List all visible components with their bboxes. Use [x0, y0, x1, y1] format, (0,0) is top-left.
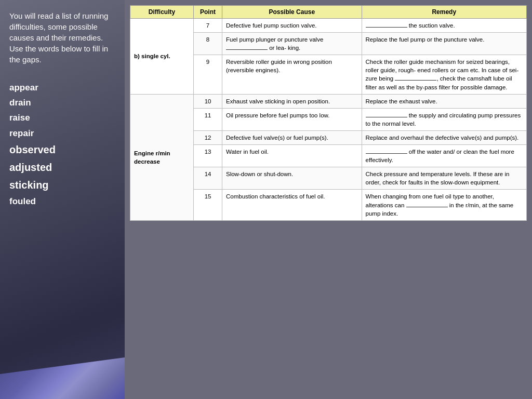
cell-point-15: 15: [194, 190, 222, 220]
table-row: Engine r/min decrease 10 Exhaust valve s…: [130, 94, 527, 108]
cell-remedy-11: the supply and circulating pump pressure…: [362, 108, 526, 130]
word-sticking: sticking: [9, 177, 115, 193]
table-row: b) single cyl. 7 Defective fuel pump suc…: [130, 19, 527, 33]
word-adjusted: adjusted: [9, 159, 115, 176]
cell-cause-10: Exhaust valve sticking in open position.: [222, 94, 362, 108]
word-repair: repair: [9, 126, 115, 140]
word-drain: drain: [9, 96, 115, 110]
cell-remedy-7: the suction valve.: [362, 19, 526, 33]
instructions-text: You will read a list of running difficul…: [9, 10, 115, 65]
cell-difficulty-group: Engine r/min decrease: [130, 94, 194, 220]
cell-point-12: 12: [194, 130, 222, 144]
blank-7: [366, 27, 407, 28]
cell-point-9: 9: [194, 55, 222, 94]
header-point: Point: [194, 6, 222, 19]
blank-15: [406, 207, 448, 207]
word-appear: appear: [9, 81, 115, 95]
header-remedy: Remedy: [362, 6, 526, 19]
cell-cause-7: Defective fuel pump suction valve.: [222, 19, 362, 33]
blank-13: [366, 153, 407, 154]
cell-point-8: 8: [194, 33, 222, 55]
cell-cause-15: Combustion characteristics of fuel oil.: [222, 190, 362, 220]
cell-cause-9: Reversible roller guide in wrong positio…: [222, 55, 362, 94]
cell-point-10: 10: [194, 94, 222, 108]
cell-point-7: 7: [194, 19, 222, 33]
word-observed: observed: [9, 141, 115, 158]
cell-difficulty-7: b) single cyl.: [130, 19, 194, 95]
word-list: appear drain raise repair observed adjus…: [9, 81, 115, 208]
cell-point-14: 14: [194, 167, 222, 190]
table-header-row: Difficulty Point Possible Cause Remedy: [130, 6, 527, 19]
cell-remedy-13: off the water and/ or clean the fuel mor…: [362, 145, 526, 167]
header-difficulty: Difficulty: [130, 6, 194, 19]
cell-remedy-15: When changing from one fuel oil type to …: [362, 190, 526, 220]
cell-cause-12: Defective fuel valve(s) or fuel pump(s).: [222, 130, 362, 144]
cell-remedy-8: Replace the fuel pump or the puncture va…: [362, 33, 526, 55]
cell-point-11: 11: [194, 108, 222, 130]
blank-8-cause: [226, 49, 268, 50]
cell-remedy-10: Replace the exhaust valve.: [362, 94, 526, 108]
blank-11: [366, 117, 407, 117]
cell-remedy-12: Replace and overhaul the defective valve…: [362, 130, 526, 144]
cell-remedy-14: Check pressure and temperature levels. I…: [362, 167, 526, 190]
cell-cause-8: Fuel pump plunger or puncture valve or l…: [222, 33, 362, 55]
cell-cause-14: Slow-down or shut-down.: [222, 167, 362, 190]
blank-9: [395, 80, 436, 81]
word-fouled: fouled: [9, 194, 115, 208]
bottom-decoration: [0, 357, 125, 399]
cell-cause-11: Oil pressure before fuel pumps too low.: [222, 108, 362, 130]
left-panel: You will read a list of running difficul…: [0, 0, 125, 399]
cell-cause-13: Water in fuel oil.: [222, 145, 362, 167]
cell-point-13: 13: [194, 145, 222, 167]
cell-remedy-9: Check the roller guide mechanism for sei…: [362, 55, 526, 94]
word-raise: raise: [9, 111, 115, 125]
difficulties-table: Difficulty Point Possible Cause Remedy b…: [130, 5, 527, 221]
right-panel: Difficulty Point Possible Cause Remedy b…: [125, 0, 532, 399]
header-cause: Possible Cause: [222, 6, 362, 19]
